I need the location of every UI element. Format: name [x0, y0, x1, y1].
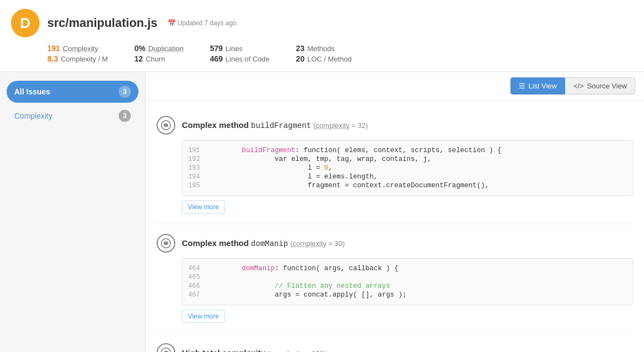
code-line: 191 buildFragment: function( elems, cont… — [182, 146, 632, 155]
issue-header-3: High total complexity (complexity = 191) — [157, 343, 633, 352]
updated-text: 📅 Updated 7 days ago. — [162, 19, 238, 27]
stat-group-lines: 579 Lines 469 Lines of Code — [210, 44, 270, 65]
complexity-label: Complexity — [63, 44, 98, 53]
stat-loc-method: 20 LOC / Method — [296, 54, 352, 63]
stat-group-duplication: 0% Duplication 12 Churn — [134, 44, 184, 65]
issue-card-1: Complex method buildFragment (complexity… — [157, 106, 633, 224]
stat-churn: 12 Churn — [134, 54, 184, 63]
stat-duplication: 0% Duplication — [134, 44, 184, 53]
issue-title-1: Complex method buildFragment (complexity… — [182, 120, 368, 130]
source-view-icon: </> — [573, 82, 584, 90]
view-more-button-1[interactable]: View more — [182, 200, 225, 214]
stat-group-complexity: 191 Complexity 8.3 Complexity / M — [47, 44, 108, 65]
code-line: 467 args = concat.apply( [], args ); — [182, 290, 632, 299]
svg-point-3 — [165, 242, 166, 244]
loc-label: Lines of Code — [225, 55, 269, 63]
lines-value: 579 — [210, 44, 223, 53]
view-more-button-2[interactable]: View more — [182, 310, 225, 323]
svg-point-1 — [165, 124, 166, 126]
code-line: 466 // Flatten any nested arrays — [182, 282, 632, 290]
source-view-button[interactable]: </> Source View — [565, 77, 635, 94]
sidebar-item-complexity[interactable]: Complexity 3 — [7, 105, 138, 127]
code-line: 193 l = 0, — [182, 164, 632, 172]
complexity-value: 191 — [47, 44, 60, 53]
complexity-m-label: Complexity / M — [60, 55, 108, 63]
complexity-m-value: 8.3 — [47, 54, 58, 63]
list-view-button[interactable]: ☰ List View — [510, 77, 565, 94]
sidebar-item-complexity-badge: 3 — [119, 110, 131, 122]
file-title: src/manipulation.js — [47, 16, 158, 30]
content-area: ☰ List View </> Source View — [146, 72, 644, 352]
issue-title-3: High total complexity (complexity = 191) — [182, 348, 326, 353]
code-line: 464 domManip: function( args, callback )… — [182, 264, 632, 273]
code-line: 195 fragment = context.createDocumentFra… — [182, 181, 632, 190]
methods-value: 23 — [296, 44, 305, 53]
code-line: 192 var elem, tmp, tag, wrap, contains, … — [182, 155, 632, 164]
stat-complexity: 191 Complexity — [47, 44, 108, 53]
header: D src/manipulation.js 📅 Updated 7 days a… — [0, 0, 644, 72]
issue-header-2: Complex method domManip (complexity = 30… — [157, 234, 633, 253]
stat-group-methods: 23 Methods 20 LOC / Method — [296, 44, 352, 65]
stat-loc: 469 Lines of Code — [210, 54, 270, 63]
sidebar-item-all-issues[interactable]: All Issues 3 — [7, 81, 138, 103]
loc-method-value: 20 — [296, 54, 305, 63]
code-line: 194 l = elems.length, — [182, 172, 632, 181]
avatar: D — [11, 9, 40, 37]
churn-label: Churn — [146, 55, 165, 63]
issue-card-3: High total complexity (complexity = 191) — [157, 333, 633, 352]
complex-method-icon-1 — [157, 116, 175, 135]
loc-value: 469 — [210, 54, 223, 63]
stat-lines: 579 Lines — [210, 44, 270, 53]
stats-row: 191 Complexity 8.3 Complexity / M 0% Dup… — [11, 44, 633, 65]
issues-list: Complex method buildFragment (complexity… — [146, 100, 644, 352]
loc-method-label: LOC / Method — [307, 55, 352, 63]
code-line: 465 — [182, 273, 632, 282]
high-complexity-icon — [157, 343, 175, 352]
sidebar-item-all-issues-badge: 3 — [119, 86, 131, 98]
toolbar-row: ☰ List View </> Source View — [146, 72, 644, 100]
issue-card-2: Complex method domManip (complexity = 30… — [157, 224, 633, 333]
list-view-icon: ☰ — [519, 82, 525, 90]
complex-method-icon-2 — [157, 234, 175, 253]
lines-label: Lines — [225, 44, 242, 53]
methods-label: Methods — [307, 44, 335, 53]
duplication-label: Duplication — [148, 44, 184, 53]
duplication-value: 0% — [134, 44, 145, 53]
main-layout: All Issues 3 Complexity 3 ☰ List View </… — [0, 72, 644, 352]
calendar-icon: 📅 — [168, 19, 176, 27]
issue-title-2: Complex method domManip (complexity = 30… — [182, 238, 345, 248]
code-block-1: 191 buildFragment: function( elems, cont… — [182, 140, 633, 196]
sidebar-item-complexity-label: Complexity — [14, 111, 52, 120]
sidebar-item-all-issues-label: All Issues — [14, 87, 50, 96]
stat-complexity-m: 8.3 Complexity / M — [47, 54, 108, 63]
code-block-2: 464 domManip: function( args, callback )… — [182, 258, 633, 305]
stat-methods: 23 Methods — [296, 44, 352, 53]
sidebar: All Issues 3 Complexity 3 — [0, 72, 146, 352]
issue-header-1: Complex method buildFragment (complexity… — [157, 116, 633, 135]
churn-value: 12 — [134, 54, 143, 63]
